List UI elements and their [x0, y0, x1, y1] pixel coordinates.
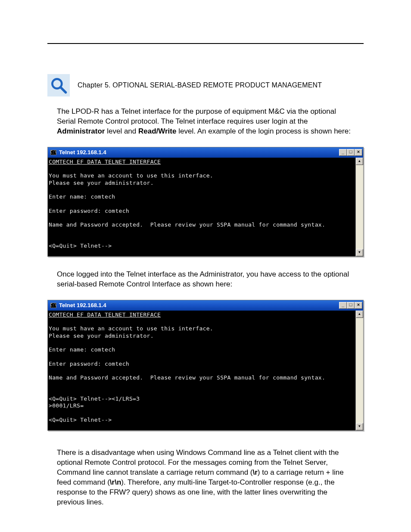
maximize-button[interactable]: □ [347, 149, 355, 156]
minimize-button[interactable]: _ [339, 302, 347, 309]
system-menu-icon[interactable]: C:\ [50, 303, 56, 308]
minimize-button[interactable]: _ [339, 149, 347, 156]
scroll-up-button[interactable]: ▴ [356, 158, 363, 165]
cmd-prompt-glyph: C:\ [50, 304, 56, 307]
text: level. An example of the login process i… [176, 127, 350, 135]
maximize-button[interactable]: □ [347, 302, 355, 309]
system-menu-icon[interactable]: C:\ [50, 150, 56, 155]
bold-crlf: \r\n [110, 478, 121, 486]
vertical-scrollbar[interactable]: ▴ ▾ [355, 158, 363, 256]
console-output[interactable]: COMTECH EF DATA TELNET INTERFACE You mus… [48, 158, 355, 256]
scroll-down-button[interactable]: ▾ [356, 249, 363, 256]
window-title: Telnet 192.168.1.4 [59, 149, 336, 156]
chapter-header: Chapter 5. OPTIONAL SERIAL-BASED REMOTE … [47, 74, 364, 96]
console-output[interactable]: COMTECH EF DATA TELNET INTERFACE You mus… [48, 311, 355, 430]
bold-administrator: Administrator [57, 127, 105, 135]
svg-line-1 [61, 87, 66, 93]
text: level and [105, 127, 138, 135]
scroll-up-button[interactable]: ▴ [356, 311, 363, 318]
chapter-title: Chapter 5. OPTIONAL SERIAL-BASED REMOTE … [78, 81, 322, 89]
telnet-window-session: C:\ Telnet 192.168.1.4 _ □ × COMTECH EF … [47, 300, 364, 431]
mid-paragraph: Once logged into the Telnet interface as… [57, 270, 354, 289]
close-button[interactable]: × [355, 302, 362, 309]
window-titlebar[interactable]: C:\ Telnet 192.168.1.4 _ □ × [48, 300, 363, 311]
magnifier-icon [47, 74, 70, 96]
text: The LPOD-R has a Telnet interface for th… [57, 107, 336, 125]
bold-readwrite: Read/Write [138, 127, 177, 135]
disadvantage-paragraph: There is a disadvantage when using Windo… [57, 448, 354, 507]
header-rule [47, 43, 364, 44]
cmd-prompt-glyph: C:\ [50, 151, 56, 154]
window-title: Telnet 192.168.1.4 [59, 302, 336, 308]
bold-cr: \r [253, 468, 258, 476]
intro-paragraph: The LPOD-R has a Telnet interface for th… [57, 107, 354, 137]
window-titlebar[interactable]: C:\ Telnet 192.168.1.4 _ □ × [48, 147, 363, 158]
scroll-down-button[interactable]: ▾ [356, 423, 363, 430]
telnet-window-login: C:\ Telnet 192.168.1.4 _ □ × COMTECH EF … [47, 147, 364, 257]
vertical-scrollbar[interactable]: ▴ ▾ [355, 311, 363, 430]
close-button[interactable]: × [355, 149, 362, 156]
